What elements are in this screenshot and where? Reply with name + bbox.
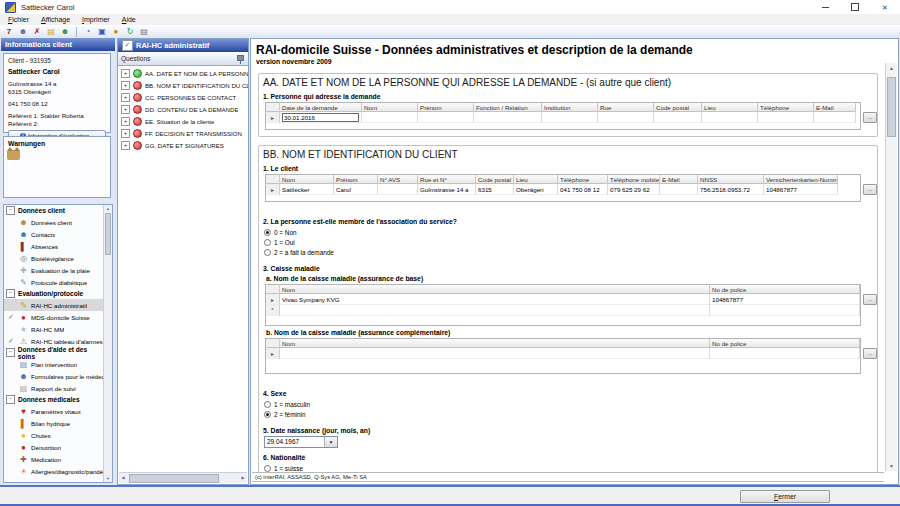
tree-item-aa[interactable]: +AA. DATE ET NOM DE LA PERSONNE QUI ADRE… xyxy=(118,67,248,79)
column-header-nom[interactable]: Nom xyxy=(362,103,418,112)
table-cell[interactable] xyxy=(758,112,814,123)
expand-icon[interactable]: + xyxy=(121,141,130,150)
menu-aide[interactable]: Aide xyxy=(116,15,142,24)
column-header-no-de-police[interactable]: No de police xyxy=(710,339,860,348)
collapse-icon[interactable]: − xyxy=(6,395,15,404)
table-cell[interactable]: 104867877 xyxy=(764,184,838,195)
table-cell[interactable]: Vivao Sympany KVG xyxy=(280,294,710,305)
toolbar-print-preview-button[interactable]: ▤ xyxy=(138,26,150,37)
nav-section-donnees-d-aide-et-des-soins[interactable]: −Données d'aide et des soins xyxy=(4,347,104,358)
sidebar-item-formulaires-pour-le-medecin[interactable]: ☻Formulaires pour le médecin xyxy=(4,370,104,382)
column-header-code-postal[interactable]: Code postal xyxy=(476,175,514,184)
scroll-up-icon[interactable]: ▲ xyxy=(886,63,897,73)
column-header-fonction-relation[interactable]: Fonction / Relation xyxy=(474,103,542,112)
sidebar-item-mds-domicile-suisse[interactable]: ✓●MDS-domicile Suisse xyxy=(4,311,104,323)
scroll-down-icon[interactable]: ▼ xyxy=(104,475,112,482)
sidebar-item-medication[interactable]: ✚Médication xyxy=(4,453,104,465)
tree-item-cc[interactable]: +CC. PERSONNES DE CONTACT xyxy=(118,91,248,103)
sidebar-item-plan-intervention[interactable]: ▤Plan intervention xyxy=(4,358,104,370)
close-button[interactable]: ✕ xyxy=(870,0,900,14)
radio-option-2-feminin[interactable]: 2 = féminin xyxy=(264,409,877,419)
scroll-up-icon[interactable]: ▲ xyxy=(104,205,112,212)
table-cell[interactable]: 041 750 08 12 xyxy=(558,184,608,195)
table-cell[interactable]: Sattlecker xyxy=(280,184,334,195)
table-cell[interactable]: 104867877 xyxy=(710,294,860,305)
table-cell[interactable]: 756.2518.0953.72 xyxy=(698,184,764,195)
toolbar-notes-button[interactable]: ▤ xyxy=(45,26,57,37)
scroll-left-icon[interactable]: ◀ xyxy=(119,473,127,483)
sidebar-item-absences[interactable]: ▌Absences xyxy=(4,240,104,252)
form-scrollbar[interactable]: ▲ ▼ xyxy=(885,63,897,471)
table-cell[interactable]: 079 625 29 62 xyxy=(608,184,660,195)
sidebar-item-donnees-client[interactable]: ☻Données client xyxy=(4,216,104,228)
minimize-button[interactable] xyxy=(810,0,840,14)
table-cell[interactable] xyxy=(598,112,654,123)
nav-section-evaluation-protocole[interactable]: −Evaluation/protocole xyxy=(4,288,104,299)
column-header-nom[interactable]: Nom xyxy=(280,339,710,348)
nav-scroll-thumb[interactable] xyxy=(105,213,111,255)
menu-imprimer[interactable]: Imprimer xyxy=(76,15,116,24)
toolbar-refresh-button[interactable]: ↻ xyxy=(124,26,136,37)
bb-table-ellipsis-button[interactable]: ... xyxy=(863,184,877,195)
sidebar-item-chutes[interactable]: ●Chutes xyxy=(4,429,104,441)
menu-affichage[interactable]: Affichage xyxy=(35,15,76,24)
column-header-nom[interactable]: Nom xyxy=(280,175,334,184)
table-cell[interactable] xyxy=(362,112,418,123)
questions-scroll-thumb[interactable] xyxy=(129,474,219,483)
collapse-icon[interactable]: − xyxy=(6,289,15,298)
sidebar-item-contacts[interactable]: ☻Contacts xyxy=(4,228,104,240)
column-header-lieu[interactable]: Lieu xyxy=(702,103,758,112)
column-header-n-avs[interactable]: N° AVS xyxy=(378,175,418,184)
column-header-telephone[interactable]: Téléphone xyxy=(558,175,608,184)
caisse-compl-ellipsis-button[interactable]: ... xyxy=(863,348,877,359)
column-header-prenom[interactable]: Prénom xyxy=(334,175,378,184)
sidebar-item-parametres-vitaux[interactable]: ♥Paramètres vitaux xyxy=(4,405,104,417)
table-row[interactable]: ▸ xyxy=(266,348,860,359)
tree-item-gg[interactable]: +GG. DATE ET SIGNATURES xyxy=(118,139,248,151)
questions-filter-bar[interactable]: Questions xyxy=(118,52,248,66)
collapse-icon[interactable]: − xyxy=(6,348,15,357)
expand-icon[interactable]: + xyxy=(121,69,130,78)
table-cell[interactable]: Carol xyxy=(334,184,378,195)
column-header-e-mail[interactable]: E-Mail xyxy=(660,175,698,184)
column-header-no-de-police[interactable]: No de police xyxy=(710,285,860,294)
expand-icon[interactable]: + xyxy=(121,105,130,114)
column-header-nnss[interactable]: NNSS xyxy=(698,175,764,184)
tree-item-bb[interactable]: +BB. NOM ET IDENTIFICATION DU CLIENT xyxy=(118,79,248,91)
table-cell[interactable] xyxy=(542,112,598,123)
expand-icon[interactable]: + xyxy=(121,129,130,138)
tree-item-ee[interactable]: +EE. Situation de la cliente xyxy=(118,115,248,127)
toolbar-compass-button[interactable]: ◔ xyxy=(82,26,94,37)
nav-section-donnees-client[interactable]: −Données client xyxy=(4,205,104,216)
radio-option-1-oui[interactable]: 1 = Oui xyxy=(264,237,877,247)
sidebar-item-evaluation-de-la-plaie[interactable]: ✚Evaluation de la plaie xyxy=(4,264,104,276)
table-row[interactable]: ▸SattleckerCarolGulmstrasse 14 a6315Ober… xyxy=(266,184,860,195)
sidebar-item-allergies-diagnostic-pandemie[interactable]: ☀Allergies/diagnostic/pandémie xyxy=(4,465,104,477)
table-row[interactable]: ▸30.01.2016 xyxy=(266,112,860,123)
sidebar-item-rapport-de-suivi[interactable]: ▤Rapport de suivi xyxy=(4,382,104,394)
sidebar-item-bilan-hydrique[interactable]: ▌Bilan hydrique xyxy=(4,417,104,429)
column-header-code-postal[interactable]: Code postal xyxy=(654,103,702,112)
table-cell[interactable] xyxy=(418,112,474,123)
column-header-e-mail[interactable]: E-Mail xyxy=(814,103,856,112)
collapse-icon[interactable]: − xyxy=(6,206,15,215)
aa-table-ellipsis-button[interactable]: ... xyxy=(863,112,877,123)
questions-horizontal-scrollbar[interactable]: ◀ ▶ xyxy=(119,472,247,483)
radio-option-0-non[interactable]: 0 = Non xyxy=(264,227,877,237)
scroll-right-icon[interactable]: ▶ xyxy=(239,473,247,483)
toolbar-lock-button[interactable]: ● xyxy=(110,26,122,37)
toolbar-seven-button[interactable]: 7 xyxy=(3,26,15,37)
nav-section-donnees-medicales[interactable]: −Données médicales xyxy=(4,394,104,405)
column-header-institution[interactable]: Institution xyxy=(542,103,598,112)
table-cell[interactable] xyxy=(702,112,758,123)
toolbar-contacts-button[interactable]: ☻ xyxy=(59,26,71,37)
tree-item-ff[interactable]: +FF. DECISION ET TRANSMISSION xyxy=(118,127,248,139)
scroll-down-icon[interactable]: ▼ xyxy=(886,461,897,471)
cell-edit-box[interactable]: 30.01.2016 xyxy=(282,113,359,122)
form-scroll-thumb[interactable] xyxy=(887,77,896,137)
close-form-button[interactable]: Fermer xyxy=(740,490,830,503)
toolbar-save-button[interactable]: ▣ xyxy=(96,26,108,37)
maximize-button[interactable] xyxy=(840,0,870,14)
column-header-versichertenkarten-nummer[interactable]: Versichertenkarten-Nummer xyxy=(764,175,838,184)
table-cell[interactable] xyxy=(280,348,710,359)
